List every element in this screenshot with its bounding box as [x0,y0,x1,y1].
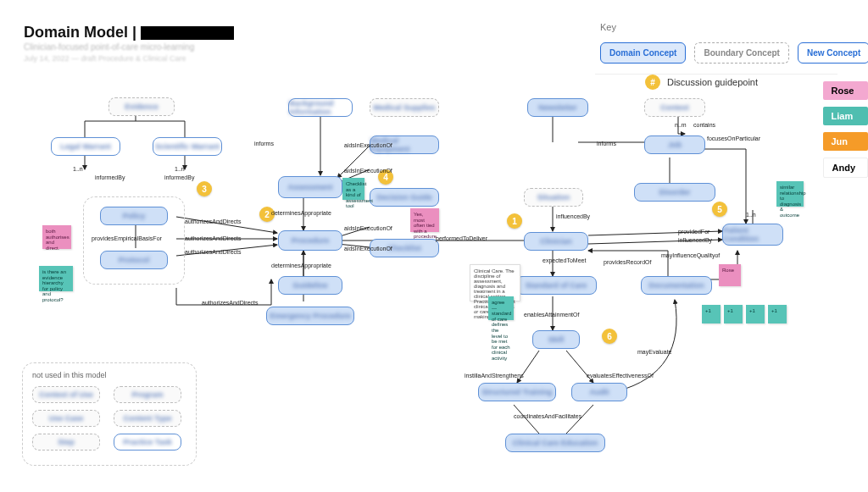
sticky-assessment[interactable]: Checklist as a kind of assessment tool [342,178,364,200]
node-procedure[interactable]: Procedure [278,230,342,251]
node-decision-guide[interactable]: Decision Guide [370,188,439,207]
sticky-doc-t3[interactable]: +1 [746,305,765,323]
legend-domain-concept: Domain Concept [600,42,686,64]
unused-step[interactable]: Step [32,434,100,451]
lbl-auth-1: authorizesAndDirects [185,218,242,224]
guidepoint-6[interactable]: 6 [602,329,617,344]
svg-line-28 [566,405,593,434]
lbl-expected: expectedToMeet [542,257,586,263]
unused-title: not used in this model [32,371,107,379]
node-evidence[interactable]: Evidence [108,97,175,116]
lbl-empirical: providesEmpiricalBasisFor [92,235,162,241]
lbl-instills: instillaAndStrengthens [465,373,524,379]
sticky-authorises[interactable]: both authorises and direct. [42,225,71,249]
lbl-informedby-2: informedBy [164,174,194,180]
lbl-contains: contains [693,122,715,128]
node-documentation[interactable]: Documentation [641,276,712,295]
node-assessment[interactable]: Assessment [278,176,342,198]
guidepoint-1[interactable]: 1 [507,213,522,229]
lbl-one-n-1: 1..n [73,166,83,172]
participant-rose[interactable]: Rose [823,81,869,100]
node-clinician[interactable]: Clinician [524,232,588,251]
lbl-aids-3: aidsInExecutionOf [344,225,392,231]
unused-use-case[interactable]: Use Case [32,410,100,427]
node-structured-training[interactable]: Structured Training [478,383,556,401]
lbl-nm: n..m [675,122,687,128]
node-situation[interactable]: Situation [524,188,583,207]
lbl-one-n-3: 1..n [746,212,756,218]
lbl-informs-2: informs [597,141,616,146]
lbl-provrecord: providesRecordOf [604,259,651,265]
lbl-auth-3: authorizesAndDirects [185,249,242,255]
node-emergency-procedure[interactable]: Emergency Procedure [266,307,354,325]
hash-icon: # [645,75,660,90]
node-protocol[interactable]: Protocol [100,251,168,269]
node-clinical-care-education[interactable]: Clinical Care Education [505,434,605,452]
lbl-focuses: focusesOnParticular [707,135,760,141]
node-disorder[interactable]: Disorder [634,183,715,202]
lbl-aids-4: aidsInExecutionOf [344,246,392,252]
unused-practice-task[interactable]: Practice Task [114,434,181,451]
participants: Rose Liam Jun Andy [823,81,869,178]
node-audit[interactable]: Audit [571,383,627,401]
node-patient-condition[interactable]: Patient Condition [722,224,783,246]
lbl-detapp-2: determinesAppropriate [271,263,331,268]
sticky-doc-t2[interactable]: +1 [724,305,743,323]
participant-liam[interactable]: Liam [823,107,869,125]
node-legal-warrant[interactable]: Legal Warrant [51,137,120,156]
node-newsletter[interactable]: Newsletter [527,98,588,117]
lbl-detapp-1: determinesAppropriate [271,210,331,216]
node-guideline[interactable]: Guideline [278,276,342,295]
legend-new-concept: New Concept [798,42,868,64]
legend-discussion-label: Discussion guidepoint [667,77,758,87]
lbl-auth-2: authorizesAndDirects [185,235,242,241]
legend-title: Key [595,19,837,36]
lbl-performed: performedToDeliver [436,235,487,241]
lbl-providedfor: providedFor [678,229,709,235]
lbl-one-n-2: 1..n [175,166,185,172]
lbl-influenced: influencedBy [556,213,590,219]
participant-jun[interactable]: Jun [823,132,869,151]
sticky-decision[interactable]: Yes, most often tied with a procedure. [410,208,439,232]
subtitle-blur-2: July 14, 2022 — draft Procedure & Clinic… [24,54,186,63]
sticky-patient-condition[interactable]: similar relationship to diagnosis & outc… [776,181,804,207]
legend: Key Domain Concept Boundary Concept New … [595,19,837,75]
unused-content-type[interactable]: Content Type [114,410,181,427]
lbl-informs-1: informs [254,141,274,146]
unused-program[interactable]: Program [114,386,181,403]
lbl-mayinfl: mayInfluenceQualityof [661,252,720,258]
guidepoint-3[interactable]: 3 [197,181,212,196]
sticky-doc-t4[interactable]: +1 [768,305,787,323]
lbl-aids-2: aidsInExecutionOf [344,168,392,174]
lbl-influencedby2: influencedBy [678,237,712,243]
diagram-canvas[interactable]: Domain Model | Clinician-focused point-o… [0,0,868,492]
node-scientific-warrant[interactable]: Scientific Warrant [153,137,222,156]
node-background-info[interactable]: Background Information [288,98,353,117]
node-context[interactable]: Context [644,98,705,117]
lbl-auth-4: authorizesAndDirects [202,300,259,306]
title-redacted [141,26,234,40]
participant-andy[interactable]: Andy [823,158,869,178]
lbl-informedby-1: informedBy [95,174,125,180]
unused-context-of-use[interactable]: Context of Use [32,386,100,403]
title-prefix: Domain Model | [24,24,141,41]
sticky-doc-t1[interactable]: +1 [702,305,721,323]
sticky-doc-pink[interactable]: Rose [719,264,741,286]
sticky-standard[interactable]: agree — standard of care defines the lev… [488,296,514,320]
page-title: Domain Model | [24,24,234,41]
lbl-evaluates: evaluatesEffectivenessOf [587,373,654,379]
node-medical-supplies[interactable]: Medical Supplies [370,98,439,117]
svg-line-27 [514,405,539,434]
lbl-coordinates: coordinatesAndFacilitates [514,413,581,419]
node-standard-of-care[interactable]: Standard of Care [515,276,597,295]
guidepoint-5[interactable]: 5 [712,202,727,217]
node-policy[interactable]: Policy [100,207,168,225]
lbl-aids-1: aidsInExecutionOf [344,142,392,148]
node-skill[interactable]: Skill [532,330,580,349]
sticky-evidence-hierarchy[interactable]: is there an evidence hierarchy for polic… [39,266,73,291]
node-job[interactable]: Job [644,135,705,154]
subtitle-blur-1: Clinician-focused point-of-care micro-le… [24,42,194,52]
legend-boundary-concept: Boundary Concept [694,42,788,64]
legend-discussion-row: # Discussion guidepoint [645,75,758,90]
lbl-enables: enablesAttainmentOf [524,312,579,318]
